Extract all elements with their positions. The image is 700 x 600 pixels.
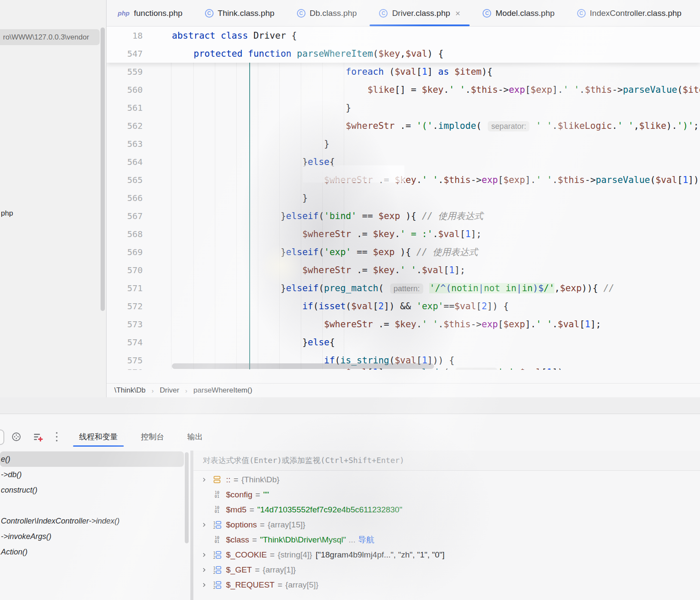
variable-value: "": [263, 490, 269, 499]
frame-row[interactable]: Controller\IndexController->index(): [0, 513, 190, 529]
evaluate-expression-input[interactable]: 对表达式求值(Enter)或添加监视(Ctrl+Shift+Enter): [193, 451, 700, 471]
variable-name: $_COOKIE: [226, 550, 267, 560]
editor-tab-bar: phpfunctions.phpCThink.class.phpCDb.clas…: [107, 0, 700, 27]
frames-list: e()->db()construct()Controller\IndexCont…: [0, 451, 190, 600]
code-text: $like[] = $key.' '.$this->exp[$exp].' '.…: [172, 81, 700, 99]
expand-chevron-icon[interactable]: [201, 582, 208, 588]
primitive-icon: 1001: [211, 506, 223, 514]
breadcrumb-item[interactable]: \Think\Db: [114, 386, 146, 395]
svg-text:1: 1: [213, 581, 215, 585]
line-number: 571: [107, 279, 171, 297]
breadcrumb-item[interactable]: Driver: [160, 386, 179, 395]
editor-tab-Think.class.php[interactable]: CThink.class.php: [194, 0, 286, 26]
project-item-php[interactable]: php: [1, 209, 13, 218]
line-number: 576: [107, 363, 171, 370]
indent-guide: [193, 63, 194, 369]
frame-row[interactable]: construct(): [0, 482, 190, 498]
debug-tab-输出[interactable]: 输出: [186, 427, 205, 447]
line-number: 572: [107, 297, 171, 315]
tab-label: Think.class.php: [218, 9, 275, 18]
class-file-icon: C: [379, 9, 388, 18]
variable-row-$_COOKIE[interactable]: 12$_COOKIE={string[4]}["18gram4b9lmj4pf.…: [193, 547, 700, 562]
frames-scrollbar[interactable]: [185, 452, 189, 543]
svg-text:2: 2: [213, 585, 215, 589]
tab-label: functions.php: [134, 9, 183, 18]
equals-sign: =: [250, 505, 254, 515]
frame-row[interactable]: ->db(): [0, 467, 190, 482]
line-number: 567: [107, 207, 171, 225]
code-text: protected function parseWhereItem($key,$…: [172, 45, 443, 63]
line-number: 561: [107, 99, 171, 117]
variable-name: $_GET: [226, 565, 252, 575]
editor-tab-functions.php[interactable]: phpfunctions.php: [107, 0, 194, 26]
view-options-icon[interactable]: [11, 432, 21, 442]
code-line-571: 571 }elseif(preg_match( pattern: '/^(not…: [107, 279, 700, 297]
variable-row-::[interactable]: ::={Think\Db}: [193, 472, 700, 487]
editor-tab-Driver.class.php[interactable]: CDriver.class.php×: [368, 0, 471, 26]
more-icon[interactable]: [55, 431, 58, 442]
variable-preview: ["18gram4b9lmj4pf...", "zh", "1", "0"]: [315, 550, 444, 560]
variable-row-$options[interactable]: 12$options={array[15]}: [193, 517, 700, 532]
pane-splitter[interactable]: [190, 451, 193, 600]
code-line-563: 563 }: [107, 135, 700, 153]
horizontal-scrollbar[interactable]: [172, 363, 434, 369]
line-number: 562: [107, 117, 171, 135]
evaluate-placeholder: 对表达式求值(Enter)或添加监视(Ctrl+Shift+Enter): [203, 455, 404, 466]
indent-guide: [215, 63, 215, 369]
code-text: $whereStr .= '('.implode( separator: ' '…: [172, 117, 699, 135]
line-number: 560: [107, 81, 171, 99]
variable-row-$config[interactable]: 1001$config="": [193, 487, 700, 502]
array-icon: 12: [211, 566, 223, 574]
class-file-icon: C: [205, 9, 214, 18]
code-text: }: [172, 135, 330, 153]
code-line-564: 564 }else{: [107, 153, 700, 171]
breadcrumb: \Think\Db›Driver›parseWhereItem(): [107, 383, 700, 397]
breadcrumb-separator-icon: ›: [152, 387, 154, 394]
editor-tab-Db.class.php[interactable]: CDb.class.php: [286, 0, 368, 26]
code-text: }elseif('bind' == $exp ){ // 使用表达式: [172, 207, 483, 225]
variables-pane: 对表达式求值(Enter)或添加监视(Ctrl+Shift+Enter) ::=…: [190, 451, 700, 600]
add-watch-icon[interactable]: [33, 432, 44, 442]
code-line-547: 547 protected function parseWhereItem($k…: [107, 45, 700, 63]
close-tab-icon[interactable]: ×: [455, 9, 461, 18]
frame-row[interactable]: e(): [0, 451, 184, 467]
code-line-18: 18abstract class Driver {: [107, 27, 700, 45]
tab-label: Driver.class.php: [392, 9, 450, 18]
expand-chevron-icon[interactable]: [201, 552, 208, 558]
class-icon: [211, 475, 223, 484]
frame-row[interactable]: Action(): [0, 544, 190, 560]
expand-chevron-icon[interactable]: [201, 522, 208, 528]
frame-row[interactable]: [0, 498, 190, 513]
navigate-link[interactable]: 导航: [358, 534, 374, 545]
line-number: 570: [107, 261, 171, 279]
breadcrumb-separator-icon: ›: [185, 387, 187, 394]
project-scrollbar[interactable]: [101, 27, 105, 311]
debug-tab-线程和变量[interactable]: 线程和变量: [77, 427, 119, 447]
variable-row-$class[interactable]: 1001$class="Think\Db\Driver\Mysql"...导航: [193, 532, 700, 547]
svg-text:1: 1: [213, 551, 215, 555]
frame-row[interactable]: ->invokeArgs(): [0, 529, 190, 544]
class-file-icon: C: [297, 9, 306, 18]
variable-row-$md5[interactable]: 1001$md5="14d71035552fef7c92e4b5c6112328…: [193, 502, 700, 517]
value-ellipsis: ...: [348, 535, 355, 545]
breadcrumb-item[interactable]: parseWhereItem(): [193, 386, 252, 395]
debug-tab-控制台[interactable]: 控制台: [139, 427, 166, 447]
editor-tab-Model.class.php[interactable]: CModel.class.php: [471, 0, 566, 26]
variable-name: $options: [226, 520, 257, 530]
equals-sign: =: [278, 580, 282, 590]
code-area[interactable]: 559 foreach ($val[1] as $item){560 $like…: [107, 63, 700, 369]
svg-text:2: 2: [213, 525, 215, 529]
editor-tab-IndexController.class.php[interactable]: CIndexController.class.php: [566, 0, 693, 26]
variable-row-$_REQUEST[interactable]: 12$_REQUEST={array[5]}: [193, 577, 700, 592]
expand-chevron-icon[interactable]: [201, 567, 208, 573]
tab-label: Db.class.php: [310, 9, 357, 18]
window-gap: [0, 397, 700, 414]
code-text: foreach ($val[1] as $item){: [172, 63, 492, 81]
equals-sign: =: [260, 520, 265, 530]
project-selected-item[interactable]: ro\WWW\127.0.0.3\vendor: [0, 29, 100, 45]
expand-chevron-icon[interactable]: [201, 477, 208, 483]
variable-value: "Think\Db\Driver\Mysql": [260, 535, 346, 545]
svg-text:1: 1: [213, 521, 215, 525]
primitive-icon: 1001: [211, 536, 223, 544]
variable-row-$_GET[interactable]: 12$_GET={array[1]}: [193, 562, 700, 577]
